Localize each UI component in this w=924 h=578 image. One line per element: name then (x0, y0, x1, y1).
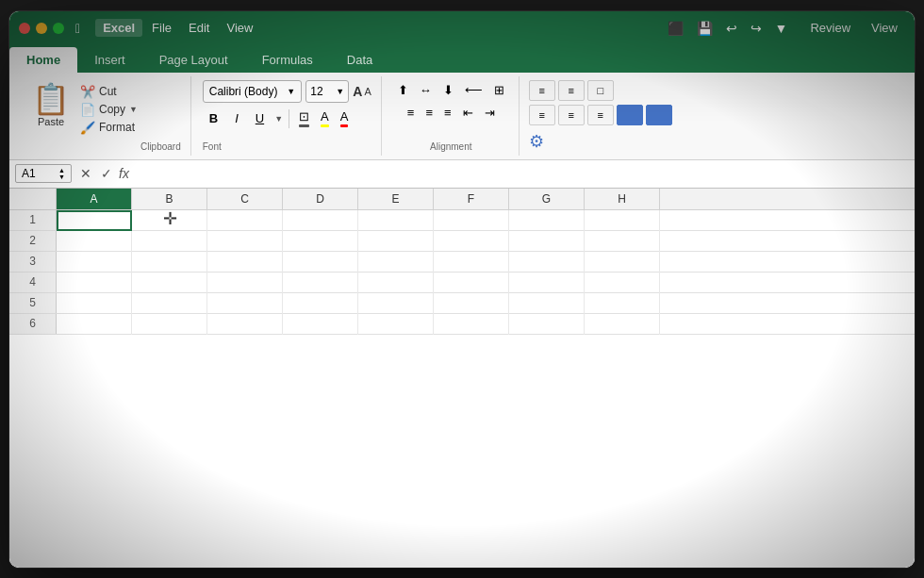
format-btn-blue-2[interactable] (646, 105, 672, 125)
wrap-text-button[interactable]: ⟵ (460, 80, 487, 100)
highlight-color-button[interactable]: A (317, 107, 333, 129)
align-middle-button[interactable]: ↔ (415, 80, 437, 100)
cell-a4[interactable] (57, 272, 132, 293)
cell-c1[interactable] (207, 210, 283, 231)
font-color-button[interactable]: A (337, 107, 353, 129)
cell-g4[interactable] (509, 272, 585, 293)
cell-e1[interactable] (358, 210, 434, 231)
cell-d2[interactable] (283, 231, 358, 252)
cell-a1[interactable] (57, 210, 132, 231)
settings-icon[interactable]: ⚙ (529, 131, 544, 152)
cell-d3[interactable] (283, 252, 358, 272)
cell-c4[interactable] (207, 272, 283, 293)
increase-indent-button[interactable]: ⇥ (480, 103, 500, 123)
maximize-button[interactable] (53, 23, 64, 34)
cell-h2[interactable] (585, 231, 660, 252)
quick-access-icon[interactable]: ▼ (771, 19, 792, 38)
border-button[interactable]: ⊡ (295, 107, 313, 129)
tab-insert[interactable]: Insert (77, 47, 142, 73)
col-header-a[interactable]: A (57, 189, 132, 209)
cell-c5[interactable] (207, 293, 283, 314)
format-btn-2[interactable]: ≡ (558, 80, 585, 101)
format-btn-3[interactable]: □ (587, 80, 614, 101)
menu-item-view-right[interactable]: View (864, 19, 905, 37)
cell-g3[interactable] (509, 252, 585, 272)
cell-d4[interactable] (283, 272, 358, 293)
align-right-button[interactable]: ≡ (439, 103, 456, 123)
cell-g5[interactable] (509, 293, 585, 314)
copy-button[interactable]: 📄 Copy ▼ (77, 102, 140, 118)
align-top-button[interactable]: ⬆ (393, 80, 413, 100)
menu-item-review[interactable]: Review (802, 19, 858, 37)
formula-input[interactable] (139, 167, 909, 181)
cell-c3[interactable] (207, 252, 283, 272)
cell-d6[interactable] (283, 314, 358, 335)
col-header-g[interactable]: G (509, 189, 585, 209)
cell-b1[interactable]: ✛ (132, 210, 207, 231)
cell-b5[interactable] (132, 293, 207, 314)
align-bottom-button[interactable]: ⬇ (438, 80, 458, 100)
close-button[interactable] (19, 23, 30, 34)
cell-f3[interactable] (434, 252, 509, 272)
cell-reference-box[interactable]: A1 ▲ ▼ (15, 164, 72, 183)
cell-a5[interactable] (57, 293, 132, 314)
menu-item-excel[interactable]: Excel (95, 19, 142, 37)
format-painter-button[interactable]: 🖌️ Format (77, 120, 140, 136)
menu-item-file[interactable]: File (144, 19, 179, 37)
tab-page-layout[interactable]: Page Layout (142, 47, 245, 73)
menu-item-view[interactable]: View (219, 19, 260, 37)
cell-a3[interactable] (57, 252, 132, 272)
cell-h1[interactable] (585, 210, 660, 231)
bold-button[interactable]: B (203, 107, 224, 131)
formula-cancel-button[interactable]: ✕ (77, 166, 94, 181)
undo-icon[interactable]: ↩ (722, 19, 741, 38)
cell-b4[interactable] (132, 272, 207, 293)
tab-data[interactable]: Data (330, 47, 389, 73)
align-left-button[interactable]: ≡ (403, 103, 420, 123)
cell-d1[interactable] (283, 210, 358, 231)
tab-formulas[interactable]: Formulas (245, 47, 330, 73)
cell-e5[interactable] (358, 293, 434, 314)
format-btn-blue-1[interactable] (617, 105, 643, 125)
cell-f6[interactable] (434, 314, 509, 335)
cell-f1[interactable] (434, 210, 509, 231)
cell-c2[interactable] (207, 231, 283, 252)
format-btn-1[interactable]: ≡ (529, 80, 555, 101)
minimize-button[interactable] (36, 23, 47, 34)
cell-h3[interactable] (585, 252, 660, 272)
merge-button[interactable]: ⊞ (489, 80, 509, 100)
underline-button[interactable]: U (249, 107, 271, 131)
format-btn-5[interactable]: ≡ (558, 105, 585, 125)
format-btn-6[interactable]: ≡ (587, 105, 614, 125)
format-btn-4[interactable]: ≡ (529, 105, 555, 125)
align-center-button[interactable]: ≡ (421, 103, 437, 123)
font-family-selector[interactable]: Calibri (Body) ▼ (203, 80, 303, 103)
font-size-selector[interactable]: 12 ▼ (305, 80, 349, 103)
font-size-decrease-button[interactable]: A (364, 86, 371, 97)
cell-h4[interactable] (585, 272, 660, 293)
col-header-c[interactable]: C (207, 189, 283, 209)
col-header-e[interactable]: E (358, 189, 434, 209)
cell-b2[interactable] (132, 231, 207, 252)
col-header-f[interactable]: F (434, 189, 509, 209)
cell-a2[interactable] (57, 231, 132, 252)
cell-d5[interactable] (283, 293, 358, 314)
cell-b3[interactable] (132, 252, 207, 272)
cell-f4[interactable] (434, 272, 509, 293)
col-header-h[interactable]: H (585, 189, 660, 209)
save-icon[interactable]: ⬛ (664, 19, 687, 38)
cell-f5[interactable] (434, 293, 509, 314)
cell-f2[interactable] (434, 231, 509, 252)
menu-item-edit[interactable]: Edit (181, 19, 217, 37)
cell-c6[interactable] (207, 314, 283, 335)
redo-icon[interactable]: ↪ (747, 19, 766, 38)
cell-a6[interactable] (57, 314, 132, 335)
decrease-indent-button[interactable]: ⇤ (458, 103, 478, 123)
cell-b6[interactable] (132, 314, 207, 335)
cell-h6[interactable] (585, 314, 660, 335)
paste-button[interactable]: 📋 Paste (25, 80, 77, 131)
cell-h5[interactable] (585, 293, 660, 314)
save-file-icon[interactable]: 💾 (693, 19, 717, 38)
cut-button[interactable]: ✂️ Cut (77, 84, 140, 100)
cell-e6[interactable] (358, 314, 434, 335)
